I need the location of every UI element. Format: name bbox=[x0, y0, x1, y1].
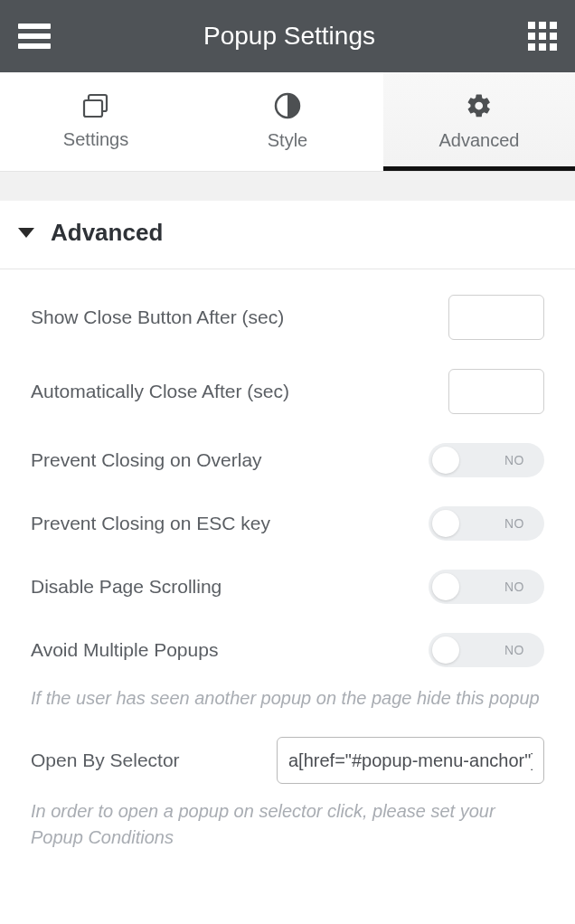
label-prevent-esc: Prevent Closing on ESC key bbox=[31, 513, 429, 534]
row-open-by-selector: Open By Selector bbox=[0, 737, 575, 784]
help-open-by-selector: In order to open a popup on selector cli… bbox=[0, 798, 575, 851]
row-prevent-overlay: Prevent Closing on Overlay NO bbox=[31, 443, 544, 477]
toggle-state: NO bbox=[504, 580, 524, 594]
app-header: Popup Settings bbox=[0, 0, 575, 72]
section-title: Advanced bbox=[51, 219, 163, 247]
advanced-panel: Show Close Button After (sec) Automatica… bbox=[0, 269, 575, 667]
input-show-close-after[interactable] bbox=[448, 295, 544, 340]
tabs: Settings Style Advanced bbox=[0, 72, 575, 172]
tab-settings[interactable]: Settings bbox=[0, 72, 192, 171]
label-prevent-overlay: Prevent Closing on Overlay bbox=[31, 449, 429, 471]
toggle-avoid-multiple[interactable]: NO bbox=[429, 633, 544, 667]
tab-label: Settings bbox=[63, 129, 128, 150]
toggle-state: NO bbox=[504, 453, 524, 467]
toggle-state: NO bbox=[504, 516, 524, 531]
caret-down-icon bbox=[18, 228, 34, 238]
label-show-close-after: Show Close Button After (sec) bbox=[31, 306, 448, 328]
tab-label: Style bbox=[268, 130, 307, 151]
settings-tab-icon bbox=[81, 93, 110, 118]
tab-label: Advanced bbox=[439, 130, 520, 151]
page-title: Popup Settings bbox=[203, 22, 375, 51]
label-disable-scroll: Disable Page Scrolling bbox=[31, 576, 429, 598]
svg-rect-1 bbox=[84, 100, 102, 117]
row-show-close-after: Show Close Button After (sec) bbox=[31, 295, 544, 340]
row-avoid-multiple: Avoid Multiple Popups NO bbox=[31, 633, 544, 667]
label-auto-close-after: Automatically Close After (sec) bbox=[31, 381, 448, 402]
toggle-knob bbox=[432, 447, 459, 474]
row-prevent-esc: Prevent Closing on ESC key NO bbox=[31, 506, 544, 541]
toggle-knob bbox=[432, 573, 459, 600]
toggle-prevent-overlay[interactable]: NO bbox=[429, 443, 544, 477]
spacer bbox=[0, 172, 575, 201]
row-auto-close-after: Automatically Close After (sec) bbox=[31, 369, 544, 414]
input-auto-close-after[interactable] bbox=[448, 369, 544, 414]
tab-style[interactable]: Style bbox=[192, 72, 383, 171]
tab-advanced[interactable]: Advanced bbox=[383, 72, 575, 171]
toggle-prevent-esc[interactable]: NO bbox=[429, 506, 544, 541]
section-header[interactable]: Advanced bbox=[0, 201, 575, 269]
toggle-state: NO bbox=[504, 643, 524, 657]
style-tab-icon bbox=[274, 92, 301, 119]
advanced-tab-icon bbox=[466, 92, 493, 119]
toggle-knob bbox=[432, 636, 459, 664]
label-open-by-selector: Open By Selector bbox=[31, 750, 260, 771]
toggle-knob bbox=[432, 510, 459, 537]
help-avoid-multiple: If the user has seen another popup on th… bbox=[0, 685, 575, 712]
input-open-by-selector[interactable] bbox=[277, 737, 544, 784]
label-avoid-multiple: Avoid Multiple Popups bbox=[31, 639, 429, 661]
row-disable-scroll: Disable Page Scrolling NO bbox=[31, 570, 544, 604]
menu-icon[interactable] bbox=[18, 24, 51, 49]
apps-grid-icon[interactable] bbox=[528, 22, 557, 51]
toggle-disable-scroll[interactable]: NO bbox=[429, 570, 544, 604]
